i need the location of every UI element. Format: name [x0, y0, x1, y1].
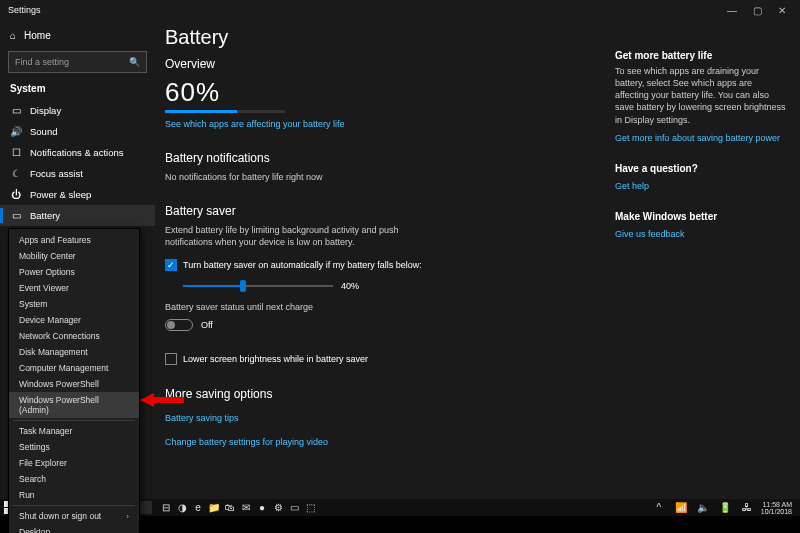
taskbar-clock[interactable]: 11:58 AM 10/1/2018: [761, 501, 796, 515]
close-button[interactable]: ✕: [778, 5, 786, 16]
winx-disk-management[interactable]: Disk Management: [9, 344, 139, 360]
winx-file-explorer[interactable]: File Explorer: [9, 455, 139, 471]
taskbar-app-icon[interactable]: ⬚: [302, 501, 318, 515]
right-more-text: To see which apps are draining your batt…: [615, 65, 788, 126]
winx-windows-powershell[interactable]: Windows PowerShell: [9, 376, 139, 392]
right-mwb-heading: Make Windows better: [615, 211, 788, 222]
nav-item-power-sleep[interactable]: ⏻Power & sleep: [0, 184, 155, 205]
annotation-arrow: [140, 393, 184, 407]
winx-item-label: Windows PowerShell: [19, 379, 99, 389]
nav-icon: ☾: [10, 168, 22, 179]
winx-system[interactable]: System: [9, 296, 139, 312]
winx-item-label: Task Manager: [19, 426, 72, 436]
home-button[interactable]: ⌂ Home: [0, 26, 155, 45]
get-help-link[interactable]: Get help: [615, 181, 649, 191]
nav-icon: ▭: [10, 105, 22, 116]
minimize-button[interactable]: —: [727, 5, 737, 16]
winx-desktop[interactable]: Desktop: [9, 524, 139, 533]
battery-bar-fill: [165, 110, 237, 113]
menu-separator: [13, 505, 135, 506]
winx-item-label: Apps and Features: [19, 235, 91, 245]
winx-shut-down-or-sign-out[interactable]: Shut down or sign out›: [9, 508, 139, 524]
winx-item-label: Run: [19, 490, 35, 500]
tray-icon[interactable]: 📶: [673, 501, 689, 515]
feedback-link[interactable]: Give us feedback: [615, 229, 685, 239]
menu-separator: [13, 420, 135, 421]
search-placeholder: Find a setting: [15, 57, 129, 67]
nav-label: Sound: [30, 126, 57, 137]
winx-computer-management[interactable]: Computer Management: [9, 360, 139, 376]
saver-status-label: Battery saver status until next charge: [165, 301, 601, 314]
taskbar-app-icon[interactable]: ⊟: [158, 501, 174, 515]
battery-tips-link[interactable]: Battery saving tips: [165, 413, 239, 423]
saver-toggle-row: Off: [165, 319, 601, 331]
main-content: Battery Overview 60% See which apps are …: [155, 20, 615, 516]
nav-label: Power & sleep: [30, 189, 91, 200]
winx-event-viewer[interactable]: Event Viewer: [9, 280, 139, 296]
notifications-text: No notifications for battery life right …: [165, 171, 601, 184]
nav-item-display[interactable]: ▭Display: [0, 100, 155, 121]
winx-search[interactable]: Search: [9, 471, 139, 487]
winx-menu: Apps and FeaturesMobility CenterPower Op…: [8, 228, 140, 533]
search-icon: 🔍: [129, 57, 140, 67]
nav-label: Battery: [30, 210, 60, 221]
tray-icon[interactable]: 🔈: [695, 501, 711, 515]
nav-subhead: System: [0, 83, 155, 100]
brightness-checkbox[interactable]: [165, 353, 177, 365]
clock-time: 11:58 AM: [761, 501, 792, 508]
auto-saver-checkbox[interactable]: ✓: [165, 259, 177, 271]
taskbar-app-icon[interactable]: 🛍: [222, 501, 238, 515]
taskbar-app-icon[interactable]: ▭: [286, 501, 302, 515]
apps-affecting-link[interactable]: See which apps are affecting your batter…: [165, 119, 344, 129]
winx-run[interactable]: Run: [9, 487, 139, 503]
battery-percent: 60%: [165, 77, 601, 108]
winx-mobility-center[interactable]: Mobility Center: [9, 248, 139, 264]
right-question-heading: Have a question?: [615, 163, 788, 174]
page-title: Battery: [165, 26, 601, 49]
winx-item-label: Desktop: [19, 527, 50, 533]
taskbar-app-icon[interactable]: ⚙: [270, 501, 286, 515]
winx-item-label: System: [19, 299, 47, 309]
winx-settings[interactable]: Settings: [9, 439, 139, 455]
threshold-slider[interactable]: [183, 285, 333, 287]
maximize-button[interactable]: ▢: [753, 5, 762, 16]
saver-toggle-state: Off: [201, 320, 213, 330]
home-label: Home: [24, 30, 51, 41]
winx-item-label: Computer Management: [19, 363, 108, 373]
chevron-right-icon: ›: [126, 512, 129, 521]
right-panel: Get more battery life To see which apps …: [615, 20, 800, 516]
video-settings-link[interactable]: Change battery settings for playing vide…: [165, 437, 328, 447]
taskbar-app-icon[interactable]: e: [190, 501, 206, 515]
tray-icon[interactable]: 🔋: [717, 501, 733, 515]
winx-apps-and-features[interactable]: Apps and Features: [9, 232, 139, 248]
nav-item-notifications-actions[interactable]: ☐Notifications & actions: [0, 142, 155, 163]
taskbar-app-icon[interactable]: ✉: [238, 501, 254, 515]
notifications-heading: Battery notifications: [165, 151, 601, 165]
winx-task-manager[interactable]: Task Manager: [9, 423, 139, 439]
home-icon: ⌂: [10, 30, 16, 41]
nav-label: Focus assist: [30, 168, 83, 179]
svg-marker-0: [140, 393, 184, 407]
taskbar-app-icon[interactable]: 📁: [206, 501, 222, 515]
winx-item-label: Mobility Center: [19, 251, 76, 261]
saver-toggle[interactable]: [165, 319, 193, 331]
taskbar-app-icon[interactable]: ●: [254, 501, 270, 515]
winx-device-manager[interactable]: Device Manager: [9, 312, 139, 328]
tray-icon[interactable]: ^: [651, 501, 667, 515]
tray-icon[interactable]: 🖧: [739, 501, 755, 515]
winx-item-label: Device Manager: [19, 315, 81, 325]
winx-network-connections[interactable]: Network Connections: [9, 328, 139, 344]
brightness-label: Lower screen brightness while in battery…: [183, 354, 368, 364]
winx-item-label: Settings: [19, 442, 50, 452]
winx-power-options[interactable]: Power Options: [9, 264, 139, 280]
nav-item-sound[interactable]: 🔊Sound: [0, 121, 155, 142]
nav-label: Display: [30, 105, 61, 116]
right-more-link[interactable]: Get more info about saving battery power: [615, 133, 780, 143]
winx-windows-powershell-admin-[interactable]: Windows PowerShell (Admin): [9, 392, 139, 418]
nav-item-focus-assist[interactable]: ☾Focus assist: [0, 163, 155, 184]
nav-item-battery[interactable]: ▭Battery: [0, 205, 155, 226]
window-title: Settings: [8, 5, 41, 15]
battery-saver-heading: Battery saver: [165, 204, 601, 218]
taskbar-app-icon[interactable]: ◑: [174, 501, 190, 515]
search-input[interactable]: Find a setting 🔍: [8, 51, 147, 73]
